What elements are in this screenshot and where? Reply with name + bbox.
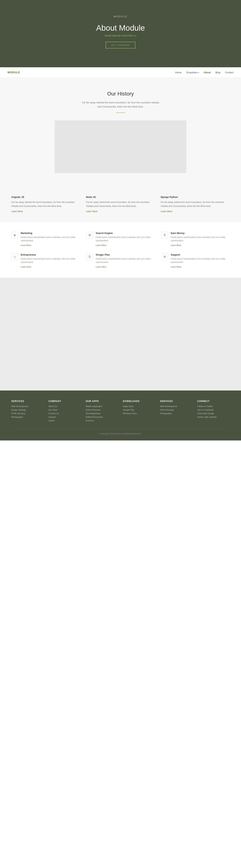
footer-link[interactable]: Photography: [160, 412, 172, 414]
footer-link[interactable]: Contact Us: [49, 412, 59, 414]
footer-link-item[interactable]: Career: [49, 420, 81, 422]
footer-link[interactable]: Currency: [86, 420, 94, 422]
footer-link-item[interactable]: Online Payment: [86, 409, 118, 411]
service-link[interactable]: Learn More: [21, 244, 31, 246]
service-icon: ⚙: [161, 253, 168, 260]
footer-column: Our Apps Mobile ApplicationOnline Paymen…: [86, 400, 118, 423]
footer-link-item[interactable]: Circle with Google: [197, 412, 230, 414]
feature-item: Node JS Far far away, behind the word mo…: [86, 196, 155, 213]
hero-subtitle: HandCrafted By FreeHTML5.co: [4, 34, 237, 37]
footer-column: Connect Follow on TwitterLike on Faceboo…: [197, 400, 230, 423]
hero-title: About Module: [4, 24, 237, 32]
footer-link[interactable]: Web Development: [11, 405, 28, 407]
service-title: Marketing: [21, 232, 80, 235]
footer-link-item[interactable]: Currency: [86, 420, 118, 422]
footer-link-item[interactable]: Google Play: [123, 409, 156, 411]
navbar-brand[interactable]: MODULE: [7, 71, 20, 74]
footer-link[interactable]: About Us: [49, 405, 57, 407]
footer-link-item[interactable]: Mobile Application: [86, 405, 118, 407]
nav-link-contact[interactable]: Contact: [225, 71, 234, 74]
service-body: Facilis ipsum reprehenderit nemo molesti…: [21, 257, 80, 264]
footer-link-item[interactable]: Design Strategy: [11, 409, 44, 411]
service-link[interactable]: Learn More: [171, 266, 181, 268]
history-image: [55, 120, 186, 173]
hero-logo: MODULE: [4, 15, 237, 18]
service-item: ⊞ Search Engine Facilis ipsum reprehende…: [86, 232, 155, 247]
nav-link-about[interactable]: About: [204, 71, 211, 74]
nav-item-home[interactable]: Home: [175, 71, 182, 74]
service-link[interactable]: Learn More: [96, 244, 106, 246]
feature-link[interactable]: Learn More: [86, 210, 98, 213]
nav-link-blog[interactable]: Blog: [215, 71, 220, 74]
history-divider: [116, 113, 125, 113]
feature-link[interactable]: Learn More: [161, 210, 172, 213]
footer-link[interactable]: Our Team: [49, 409, 58, 411]
footer-link[interactable]: Artificial Payments: [86, 416, 103, 418]
footer-link-item[interactable]: Apple Store: [123, 405, 156, 407]
footer-link[interactable]: Circle with Google: [197, 412, 214, 414]
hero-cta-button[interactable]: GET STARTED: [106, 42, 135, 49]
navbar: MODULE Home Dropdown About Blog Contact: [0, 67, 241, 78]
footer-link[interactable]: Tele-Marketings: [86, 412, 100, 414]
footer-link-item[interactable]: Our Team: [49, 409, 81, 411]
nav-link-dropdown[interactable]: Dropdown: [186, 71, 199, 74]
service-link[interactable]: Learn More: [171, 244, 181, 246]
footer-link-item[interactable]: Partner with LinkedIn: [197, 416, 230, 418]
footer-col-links: About UsOur TeamContact UsSupportCareer: [49, 405, 81, 422]
footer-column: Services Web DevelopmentUI/UX RevampPhot…: [160, 400, 193, 423]
footer-link-item[interactable]: Web Development: [11, 405, 44, 407]
nav-item-dropdown[interactable]: Dropdown: [186, 71, 199, 74]
footer-link-item[interactable]: UI/UX Revamp: [160, 409, 193, 411]
footer-link[interactable]: Like on Facebook: [197, 409, 214, 411]
service-content: Entrepreneur Facilis ipsum reprehenderit…: [21, 253, 80, 268]
footer-link-item[interactable]: Tele-Marketings: [86, 412, 118, 414]
footer-link-item[interactable]: HTML Revamp: [11, 412, 44, 414]
footer-link-item[interactable]: Photography: [160, 412, 193, 414]
footer-link[interactable]: Mobile Application: [86, 405, 102, 407]
footer-link-item[interactable]: Follow on Twitter: [197, 405, 230, 407]
footer-link[interactable]: Google Play: [123, 409, 134, 411]
nav-link-home[interactable]: Home: [175, 71, 182, 74]
feature-link[interactable]: Learn More: [11, 210, 23, 213]
footer-link-item[interactable]: Photography: [11, 416, 44, 418]
footer-link[interactable]: Windows Store: [123, 412, 137, 414]
service-body: Facilis ipsum reprehenderit nemo molesti…: [21, 236, 80, 242]
footer-link[interactable]: Career: [49, 420, 55, 422]
feature-item: Angular JS Far far away, behind the word…: [11, 196, 80, 213]
service-content: Marketing Facilis ipsum reprehenderit ne…: [21, 232, 80, 247]
service-link[interactable]: Learn More: [21, 266, 31, 268]
footer-link[interactable]: Partner with LinkedIn: [197, 416, 217, 418]
service-content: Search Engine Facilis ipsum reprehenderi…: [96, 232, 155, 247]
service-title: Search Engine: [96, 232, 155, 235]
footer-link[interactable]: Follow on Twitter: [197, 405, 213, 407]
footer-link-item[interactable]: Windows Store: [123, 412, 156, 414]
footer-link[interactable]: Photography: [11, 416, 23, 418]
service-title: Earn Money: [171, 232, 230, 235]
footer-grid: Services Web DevelopmentDesign StrategyH…: [11, 400, 230, 423]
footer-link[interactable]: Web Development: [160, 405, 177, 407]
footer-link[interactable]: HTML Revamp: [11, 412, 25, 414]
footer-link-item[interactable]: Support: [49, 416, 81, 418]
services-section: ◈ Marketing Facilis ipsum reprehenderit …: [0, 222, 241, 278]
footer-col-heading: Downloads: [123, 400, 156, 403]
grey-placeholder: [0, 278, 241, 391]
nav-item-contact[interactable]: Contact: [225, 71, 234, 74]
footer-col-links: Follow on TwitterLike on FacebookCircle …: [197, 405, 230, 418]
nav-item-about[interactable]: About: [204, 71, 211, 74]
footer-link-item[interactable]: Contact Us: [49, 412, 81, 414]
footer-link[interactable]: Apple Store: [123, 405, 134, 407]
footer-link[interactable]: Design Strategy: [11, 409, 26, 411]
footer-link-item[interactable]: Web Development: [160, 405, 193, 407]
service-icon: ◇: [11, 253, 18, 260]
nav-item-blog[interactable]: Blog: [215, 71, 220, 74]
service-link[interactable]: Learn More: [96, 266, 106, 268]
hero-subtitle-prefix: HandCrafted By: [105, 34, 122, 37]
footer-col-heading: Services: [160, 400, 193, 403]
footer-link-item[interactable]: Artificial Payments: [86, 416, 118, 418]
feature-title: Django Python: [161, 196, 230, 198]
footer-link[interactable]: Online Payment: [86, 409, 100, 411]
footer-link-item[interactable]: About Us: [49, 405, 81, 407]
footer-link-item[interactable]: Like on Facebook: [197, 409, 230, 411]
footer-link[interactable]: Support: [49, 416, 56, 418]
footer-link[interactable]: UI/UX Revamp: [160, 409, 174, 411]
